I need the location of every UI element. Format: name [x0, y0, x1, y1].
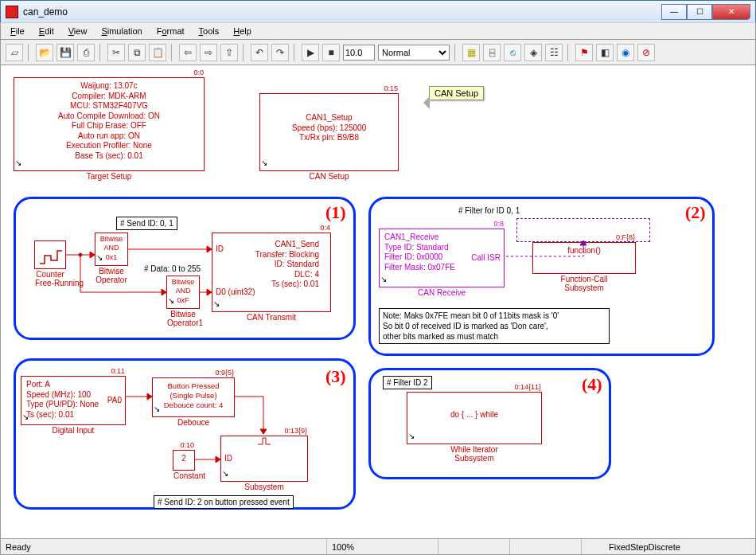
model-canvas[interactable]: 0:0 Waijung: 13.07c Compiler: MDK-ARM MC… — [0, 65, 756, 539]
port-d0: D0 (uint32) — [216, 287, 255, 296]
status-ready: Ready — [1, 539, 327, 554]
subsystem-indicator-icon — [409, 434, 417, 442]
subsystem-indicator-icon — [97, 256, 105, 264]
sample-time-label: 0:0 — [193, 68, 204, 76]
status-empty-2 — [510, 539, 582, 554]
tooltip-can-setup: CAN Setup — [429, 86, 484, 100]
block-debounce[interactable]: 0:9{5} Button Pressed (Single Pulse) Deb… — [152, 377, 235, 417]
block-constant[interactable]: 0:10 2 Constant — [173, 450, 195, 471]
block-subsystem[interactable]: 0:13{9} ID Subsystem — [220, 436, 308, 482]
tool-btn-7[interactable]: ◧ — [596, 44, 614, 61]
maximize-button[interactable]: ☐ — [687, 4, 712, 20]
forward-button[interactable]: ⇨ — [200, 44, 217, 61]
window-title: can_demo — [23, 6, 68, 18]
block-bitwise-1[interactable]: BitwiseAND0x1 BitwiseOperator — [95, 233, 128, 266]
menubar: File Edit View Simulation Format Tools H… — [0, 22, 756, 40]
sim-mode-select[interactable]: Normal — [378, 45, 450, 61]
undo-button[interactable]: ↶ — [251, 44, 268, 61]
menu-file[interactable]: File — [4, 25, 31, 37]
counter-icon — [35, 241, 67, 270]
stop-button[interactable]: ■ — [322, 44, 340, 61]
block-can-setup[interactable]: 0:15 CAN1_Setup Speed (bps): 125000 Tx/R… — [259, 93, 399, 171]
port-id: ID — [224, 454, 232, 463]
tool-btn-2[interactable]: ⌸ — [483, 44, 501, 61]
menu-simulation[interactable]: Simulation — [95, 25, 148, 37]
port-pa0: PA0 — [107, 396, 122, 405]
region-4-label: (4) — [582, 374, 602, 395]
trigger-icon — [256, 435, 272, 448]
block-can-receive[interactable]: 0:8 CAN1_Receive Type ID: Standard Filte… — [379, 229, 505, 287]
note-send-id: # Send ID: 0, 1 — [116, 217, 177, 230]
subsystem-indicator-icon — [223, 471, 231, 479]
new-button[interactable]: ▱ — [6, 44, 23, 61]
save-button[interactable]: 💾 — [57, 44, 74, 61]
open-button[interactable]: 📂 — [36, 44, 53, 61]
block-target-setup[interactable]: 0:0 Waijung: 13.07c Compiler: MDK-ARM MC… — [14, 77, 205, 171]
subsystem-indicator-icon — [169, 299, 177, 307]
port-call-isr: Call ISR — [471, 253, 501, 262]
region-2-label: (2) — [685, 202, 706, 223]
note-filter-id2: # Filter ID 2 — [383, 376, 432, 389]
menu-help[interactable]: Help — [227, 25, 258, 37]
statusbar: Ready 100% FixedStepDiscrete — [0, 539, 756, 555]
menu-tools[interactable]: Tools — [193, 25, 226, 37]
tool-btn-4[interactable]: ◈ — [524, 44, 542, 61]
block-function-call-subsystem[interactable]: 0:F{8} function() Function-CallSubsystem — [532, 242, 636, 274]
subsystem-indicator-icon — [381, 277, 389, 285]
paste-button[interactable]: 📋 — [149, 44, 166, 61]
close-button[interactable]: ✕ — [712, 4, 750, 20]
print-button[interactable]: ⎙ — [77, 44, 95, 61]
block-counter[interactable]: Counter Free-Running — [34, 240, 66, 269]
tool-btn-3[interactable]: ⎋ — [504, 44, 521, 61]
status-solver: FixedStepDiscrete — [604, 539, 755, 554]
note-mask-explain: Note: Maks 0x7FE mean bit 0 of 11bits ma… — [379, 308, 610, 344]
port-id: ID — [216, 244, 224, 253]
note-send-id-2: # Send ID: 2 on button pressed event — [154, 495, 294, 509]
titlebar: can_demo — ☐ ✕ — [0, 0, 756, 22]
block-bitwise-2[interactable]: BitwiseAND0xF BitwiseOperator1 — [166, 276, 200, 309]
app-icon — [6, 6, 18, 18]
status-zoom: 100% — [327, 539, 438, 554]
status-empty-1 — [438, 539, 510, 554]
minimize-button[interactable]: — — [661, 4, 687, 20]
tool-btn-1[interactable]: ▦ — [462, 44, 480, 61]
subsystem-indicator-icon — [154, 407, 162, 415]
region-3-label: (3) — [325, 366, 346, 387]
note-filter-id01: # Filter for ID 0, 1 — [458, 206, 520, 215]
menu-format[interactable]: Format — [150, 25, 191, 37]
tool-btn-9[interactable]: ⊘ — [637, 44, 655, 61]
tool-btn-8[interactable]: ◉ — [617, 44, 634, 61]
up-button[interactable]: ⇧ — [220, 44, 238, 61]
block-digital-input[interactable]: 0:11 Port: A Speed (MHz): 100 Type (PU/P… — [21, 376, 126, 425]
sim-time-input[interactable] — [343, 45, 375, 61]
block-can-transmit[interactable]: 0:4 CAN1_Send Transfer: Blocking ID: Sta… — [212, 233, 331, 312]
run-button[interactable]: ▶ — [302, 44, 319, 61]
block-while-iterator[interactable]: 0:14{11} do { ... } while While Iterator… — [407, 392, 542, 444]
subsystem-indicator-icon — [214, 302, 222, 310]
tool-btn-6[interactable]: ⚑ — [575, 44, 593, 61]
copy-button[interactable]: ⧉ — [128, 44, 146, 61]
subsystem-indicator-icon — [262, 161, 270, 169]
menu-edit[interactable]: Edit — [33, 25, 60, 37]
region-1-label: (1) — [325, 202, 346, 223]
note-data-range: # Data: 0 to 255 — [144, 264, 201, 273]
redo-button[interactable]: ↷ — [271, 44, 289, 61]
back-button[interactable]: ⇦ — [179, 44, 197, 61]
cut-button[interactable]: ✂ — [107, 44, 125, 61]
menu-view[interactable]: View — [62, 25, 94, 37]
toolbar: ▱ 📂 💾 ⎙ ✂ ⧉ 📋 ⇦ ⇨ ⇧ ↶ ↷ ▶ ■ Normal ▦ ⌸ ⎋… — [0, 40, 756, 65]
subsystem-indicator-icon — [16, 161, 24, 169]
tool-btn-5[interactable]: ☷ — [545, 44, 563, 61]
subsystem-indicator-icon — [23, 415, 31, 423]
